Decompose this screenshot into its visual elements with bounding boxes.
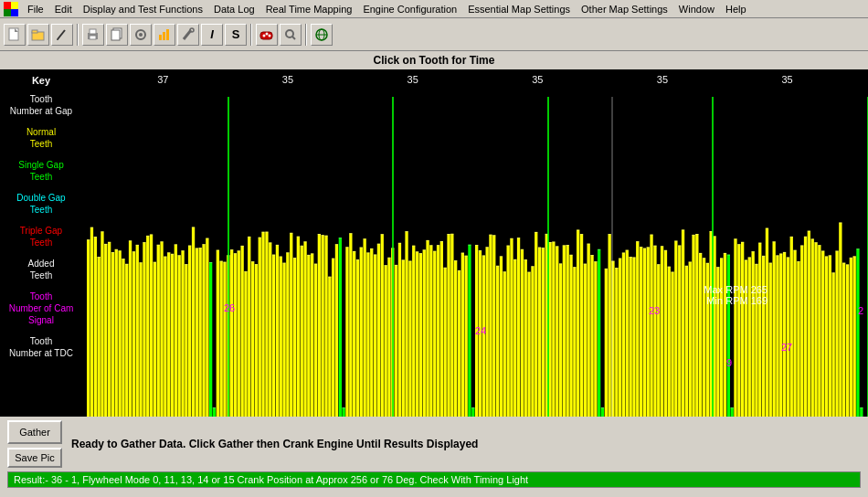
key-tooth-gap: ToothNumber at Gap [4, 93, 79, 117]
svg-rect-181 [349, 233, 352, 234]
menu-datalog[interactable]: Data Log [208, 2, 260, 16]
svg-rect-321 [594, 261, 597, 262]
cam-label-26: 26 [224, 302, 235, 313]
svg-rect-441 [804, 237, 807, 238]
toolbar-wrench[interactable] [177, 24, 199, 46]
svg-rect-203 [387, 258, 390, 259]
toolbar-s[interactable]: S [225, 24, 247, 46]
svg-rect-54 [129, 240, 132, 417]
svg-line-26 [292, 37, 295, 39]
menu-engine[interactable]: Engine Configuration [357, 2, 462, 16]
rpm-max: Max RPM 265 [704, 284, 767, 295]
svg-rect-59 [136, 245, 139, 246]
svg-rect-326 [605, 269, 608, 417]
toolbar-zoom[interactable] [280, 24, 302, 46]
button-col: Gather Save Pic [7, 420, 62, 468]
svg-rect-253 [475, 245, 478, 246]
svg-rect-435 [793, 250, 796, 251]
svg-rect-164 [322, 235, 324, 417]
svg-rect-126 [255, 264, 258, 417]
svg-rect-222 [423, 249, 426, 417]
menu-edit[interactable]: Edit [49, 2, 78, 16]
menu-file[interactable]: File [22, 2, 49, 16]
svg-rect-308 [573, 267, 576, 417]
toolbar-settings[interactable] [130, 24, 152, 46]
svg-rect-6 [32, 30, 37, 33]
svg-rect-124 [251, 261, 254, 417]
svg-rect-417 [762, 256, 765, 257]
svg-rect-105 [217, 250, 219, 251]
toolbar-copy[interactable] [106, 24, 128, 46]
svg-rect-183 [353, 251, 355, 252]
menu-realtime[interactable]: Real Time Mapping [260, 2, 358, 16]
svg-rect-202 [387, 258, 390, 417]
svg-rect-245 [461, 253, 464, 254]
toolbar-chart[interactable] [153, 24, 175, 46]
menu-window[interactable]: Window [673, 2, 720, 16]
svg-rect-152 [301, 246, 303, 417]
svg-rect-87 [185, 264, 187, 265]
svg-rect-298 [556, 246, 558, 417]
svg-rect-143 [282, 263, 285, 264]
svg-rect-323 [598, 249, 600, 250]
svg-rect-64 [146, 236, 149, 417]
svg-rect-276 [517, 238, 520, 417]
svg-rect-268 [503, 271, 506, 417]
toolbar-new[interactable] [4, 24, 26, 46]
svg-rect-464 [846, 264, 849, 417]
svg-rect-421 [769, 263, 772, 264]
svg-rect-394 [724, 253, 726, 417]
svg-rect-469 [853, 256, 856, 257]
svg-rect-459 [835, 251, 838, 252]
rpm-display: Max RPM 265 Min RPM 169 [704, 284, 767, 306]
svg-rect-101 [209, 262, 212, 263]
svg-rect-353 [650, 235, 652, 236]
svg-rect-130 [261, 232, 264, 417]
svg-rect-260 [489, 235, 492, 417]
svg-rect-18 [166, 29, 169, 40]
key-panel: Key ToothNumber at Gap NormalTeeth Singl… [0, 69, 82, 417]
toolbar-edit[interactable] [51, 24, 73, 46]
svg-rect-352 [650, 235, 652, 417]
toolbar-open[interactable] [27, 24, 49, 46]
svg-rect-382 [703, 258, 705, 417]
svg-rect-67 [150, 235, 153, 236]
svg-rect-322 [598, 249, 600, 417]
svg-rect-191 [366, 252, 369, 253]
toolbar-i[interactable]: I [201, 24, 223, 46]
svg-rect-137 [272, 255, 275, 256]
menu-display[interactable]: Display and Test Functions [78, 2, 208, 16]
svg-rect-457 [832, 272, 835, 273]
svg-rect-92 [196, 248, 198, 418]
svg-rect-147 [290, 233, 292, 234]
svg-rect-370 [682, 229, 684, 417]
svg-point-25 [286, 30, 293, 37]
toolbar-print[interactable] [82, 24, 104, 46]
svg-rect-368 [678, 246, 681, 418]
svg-rect-453 [825, 257, 828, 258]
svg-rect-46 [115, 249, 118, 417]
svg-rect-300 [559, 263, 562, 417]
svg-rect-122 [248, 237, 250, 417]
svg-rect-334 [619, 259, 621, 417]
svg-rect-299 [556, 246, 558, 247]
svg-rect-433 [790, 237, 793, 238]
menu-essential[interactable]: Essential Map Settings [462, 2, 576, 16]
menu-help[interactable]: Help [720, 2, 752, 16]
toolbar-globe[interactable] [311, 24, 333, 46]
chart-area[interactable]: 37 35 35 35 35 35 Max RPM 265 Min RPM 16… [82, 69, 868, 417]
svg-rect-281 [524, 259, 527, 260]
svg-rect-115 [234, 253, 237, 254]
svg-rect-173 [335, 244, 338, 245]
save-pic-button[interactable]: Save Pic [7, 448, 62, 468]
svg-rect-192 [370, 248, 373, 417]
svg-rect-139 [276, 245, 279, 246]
gather-button[interactable]: Gather [7, 420, 62, 444]
svg-rect-397 [727, 255, 730, 256]
toolbar-gamepad[interactable] [256, 24, 278, 46]
svg-rect-179 [345, 247, 348, 248]
menu-other[interactable]: Other Map Settings [576, 2, 673, 16]
svg-rect-363 [668, 267, 671, 268]
svg-rect-106 [220, 261, 223, 417]
svg-rect-290 [542, 248, 545, 417]
